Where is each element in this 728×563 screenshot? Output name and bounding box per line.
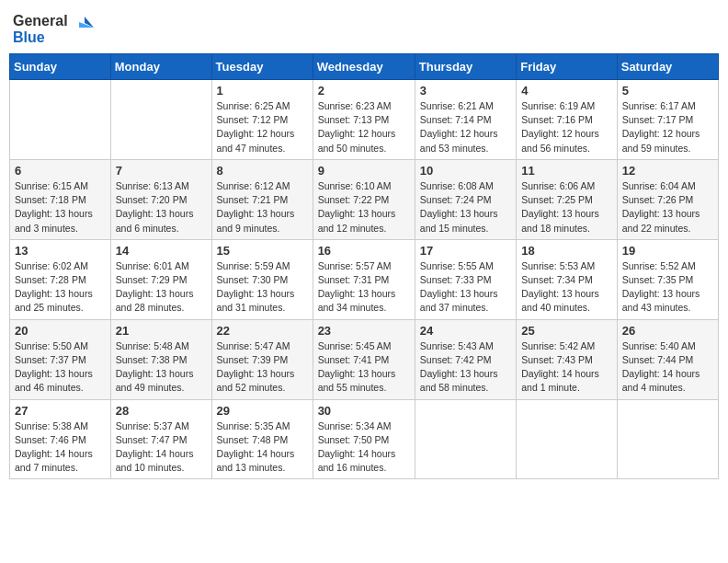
calendar-cell: 1Sunrise: 6:25 AM Sunset: 7:12 PM Daylig… — [211, 80, 313, 160]
cell-content: Sunrise: 6:19 AM Sunset: 7:16 PM Dayligh… — [521, 99, 612, 155]
logo-svg: GeneralBlue — [13, 9, 96, 46]
week-row-3: 13Sunrise: 6:02 AM Sunset: 7:28 PM Dayli… — [10, 239, 719, 319]
day-number: 28 — [116, 404, 207, 418]
day-number: 6 — [15, 164, 106, 178]
day-number: 16 — [318, 244, 410, 258]
cell-content: Sunrise: 6:06 AM Sunset: 7:25 PM Dayligh… — [521, 179, 612, 236]
calendar-cell — [10, 80, 111, 160]
day-number: 2 — [318, 84, 410, 98]
day-number: 4 — [521, 84, 612, 98]
calendar-cell: 22Sunrise: 5:47 AM Sunset: 7:39 PM Dayli… — [211, 319, 313, 399]
day-number: 8 — [217, 164, 308, 178]
cell-content: Sunrise: 6:04 AM Sunset: 7:26 PM Dayligh… — [622, 179, 713, 236]
calendar-cell: 9Sunrise: 6:10 AM Sunset: 7:22 PM Daylig… — [313, 159, 415, 239]
day-number: 3 — [420, 84, 511, 98]
cell-content: Sunrise: 5:57 AM Sunset: 7:31 PM Dayligh… — [318, 259, 410, 316]
cell-content: Sunrise: 5:53 AM Sunset: 7:34 PM Dayligh… — [521, 259, 612, 316]
calendar-cell: 13Sunrise: 6:02 AM Sunset: 7:28 PM Dayli… — [10, 239, 111, 319]
calendar-cell: 10Sunrise: 6:08 AM Sunset: 7:24 PM Dayli… — [415, 159, 516, 239]
week-row-4: 20Sunrise: 5:50 AM Sunset: 7:37 PM Dayli… — [10, 319, 719, 399]
cell-content: Sunrise: 6:10 AM Sunset: 7:22 PM Dayligh… — [318, 179, 410, 236]
cell-content: Sunrise: 6:15 AM Sunset: 7:18 PM Dayligh… — [15, 179, 106, 236]
calendar-cell: 16Sunrise: 5:57 AM Sunset: 7:31 PM Dayli… — [313, 239, 415, 319]
day-number: 21 — [116, 324, 207, 338]
weekday-header-friday: Friday — [517, 54, 618, 80]
page-header: GeneralBlue — [9, 9, 719, 46]
calendar-cell: 6Sunrise: 6:15 AM Sunset: 7:18 PM Daylig… — [10, 159, 111, 239]
calendar-cell: 5Sunrise: 6:17 AM Sunset: 7:17 PM Daylig… — [617, 80, 718, 160]
calendar-cell: 17Sunrise: 5:55 AM Sunset: 7:33 PM Dayli… — [415, 239, 516, 319]
calendar-cell — [110, 80, 211, 160]
cell-content: Sunrise: 5:48 AM Sunset: 7:38 PM Dayligh… — [116, 339, 207, 396]
cell-content: Sunrise: 5:43 AM Sunset: 7:42 PM Dayligh… — [420, 339, 511, 396]
calendar-cell: 3Sunrise: 6:21 AM Sunset: 7:14 PM Daylig… — [415, 80, 516, 160]
day-number: 12 — [622, 164, 713, 178]
week-row-1: 1Sunrise: 6:25 AM Sunset: 7:12 PM Daylig… — [10, 80, 719, 160]
day-number: 10 — [420, 164, 511, 178]
day-number: 26 — [622, 324, 713, 338]
weekday-header-saturday: Saturday — [617, 54, 718, 80]
cell-content: Sunrise: 5:37 AM Sunset: 7:47 PM Dayligh… — [116, 419, 207, 476]
cell-content: Sunrise: 5:45 AM Sunset: 7:41 PM Dayligh… — [318, 339, 410, 396]
calendar-cell: 26Sunrise: 5:40 AM Sunset: 7:44 PM Dayli… — [617, 319, 718, 399]
day-number: 13 — [15, 244, 106, 258]
calendar-cell: 24Sunrise: 5:43 AM Sunset: 7:42 PM Dayli… — [415, 319, 516, 399]
day-number: 14 — [116, 244, 207, 258]
calendar-cell: 30Sunrise: 5:34 AM Sunset: 7:50 PM Dayli… — [313, 399, 415, 479]
calendar-cell: 2Sunrise: 6:23 AM Sunset: 7:13 PM Daylig… — [313, 80, 415, 160]
calendar-cell: 11Sunrise: 6:06 AM Sunset: 7:25 PM Dayli… — [517, 159, 618, 239]
svg-text:General: General — [13, 13, 68, 29]
day-number: 29 — [217, 404, 308, 418]
day-number: 7 — [116, 164, 207, 178]
cell-content: Sunrise: 5:52 AM Sunset: 7:35 PM Dayligh… — [622, 259, 713, 316]
cell-content: Sunrise: 6:21 AM Sunset: 7:14 PM Dayligh… — [420, 99, 511, 155]
weekday-header-row: SundayMondayTuesdayWednesdayThursdayFrid… — [10, 54, 719, 80]
cell-content: Sunrise: 6:17 AM Sunset: 7:17 PM Dayligh… — [622, 99, 713, 155]
day-number: 11 — [521, 164, 612, 178]
calendar-cell: 15Sunrise: 5:59 AM Sunset: 7:30 PM Dayli… — [211, 239, 313, 319]
week-row-5: 27Sunrise: 5:38 AM Sunset: 7:46 PM Dayli… — [10, 399, 719, 479]
day-number: 1 — [217, 84, 308, 98]
day-number: 19 — [622, 244, 713, 258]
calendar-table: SundayMondayTuesdayWednesdayThursdayFrid… — [9, 53, 719, 479]
cell-content: Sunrise: 5:40 AM Sunset: 7:44 PM Dayligh… — [622, 339, 713, 396]
calendar-cell — [415, 399, 516, 479]
cell-content: Sunrise: 5:50 AM Sunset: 7:37 PM Dayligh… — [15, 339, 106, 396]
calendar-cell: 8Sunrise: 6:12 AM Sunset: 7:21 PM Daylig… — [211, 159, 313, 239]
cell-content: Sunrise: 6:08 AM Sunset: 7:24 PM Dayligh… — [420, 179, 511, 236]
cell-content: Sunrise: 6:02 AM Sunset: 7:28 PM Dayligh… — [15, 259, 106, 316]
day-number: 18 — [521, 244, 612, 258]
calendar-cell: 21Sunrise: 5:48 AM Sunset: 7:38 PM Dayli… — [110, 319, 211, 399]
weekday-header-tuesday: Tuesday — [211, 54, 313, 80]
weekday-header-sunday: Sunday — [10, 54, 111, 80]
calendar-cell: 7Sunrise: 6:13 AM Sunset: 7:20 PM Daylig… — [110, 159, 211, 239]
calendar-cell: 29Sunrise: 5:35 AM Sunset: 7:48 PM Dayli… — [211, 399, 313, 479]
week-row-2: 6Sunrise: 6:15 AM Sunset: 7:18 PM Daylig… — [10, 159, 719, 239]
day-number: 22 — [217, 324, 308, 338]
cell-content: Sunrise: 5:38 AM Sunset: 7:46 PM Dayligh… — [15, 419, 106, 476]
calendar-cell — [617, 399, 718, 479]
svg-text:Blue: Blue — [13, 29, 45, 45]
calendar-cell: 20Sunrise: 5:50 AM Sunset: 7:37 PM Dayli… — [10, 319, 111, 399]
day-number: 24 — [420, 324, 511, 338]
cell-content: Sunrise: 5:34 AM Sunset: 7:50 PM Dayligh… — [318, 419, 410, 476]
calendar-cell — [517, 399, 618, 479]
calendar-cell: 4Sunrise: 6:19 AM Sunset: 7:16 PM Daylig… — [517, 80, 618, 160]
cell-content: Sunrise: 6:12 AM Sunset: 7:21 PM Dayligh… — [217, 179, 308, 236]
weekday-header-wednesday: Wednesday — [313, 54, 415, 80]
cell-content: Sunrise: 6:13 AM Sunset: 7:20 PM Dayligh… — [116, 179, 207, 236]
calendar-cell: 23Sunrise: 5:45 AM Sunset: 7:41 PM Dayli… — [313, 319, 415, 399]
cell-content: Sunrise: 5:55 AM Sunset: 7:33 PM Dayligh… — [420, 259, 511, 316]
weekday-header-monday: Monday — [110, 54, 211, 80]
cell-content: Sunrise: 5:42 AM Sunset: 7:43 PM Dayligh… — [521, 339, 612, 396]
day-number: 17 — [420, 244, 511, 258]
day-number: 30 — [318, 404, 410, 418]
day-number: 9 — [318, 164, 410, 178]
calendar-cell: 14Sunrise: 6:01 AM Sunset: 7:29 PM Dayli… — [110, 239, 211, 319]
cell-content: Sunrise: 5:35 AM Sunset: 7:48 PM Dayligh… — [217, 419, 308, 476]
cell-content: Sunrise: 5:47 AM Sunset: 7:39 PM Dayligh… — [217, 339, 308, 396]
day-number: 5 — [622, 84, 713, 98]
cell-content: Sunrise: 6:23 AM Sunset: 7:13 PM Dayligh… — [318, 99, 410, 155]
calendar-cell: 12Sunrise: 6:04 AM Sunset: 7:26 PM Dayli… — [617, 159, 718, 239]
weekday-header-thursday: Thursday — [415, 54, 516, 80]
